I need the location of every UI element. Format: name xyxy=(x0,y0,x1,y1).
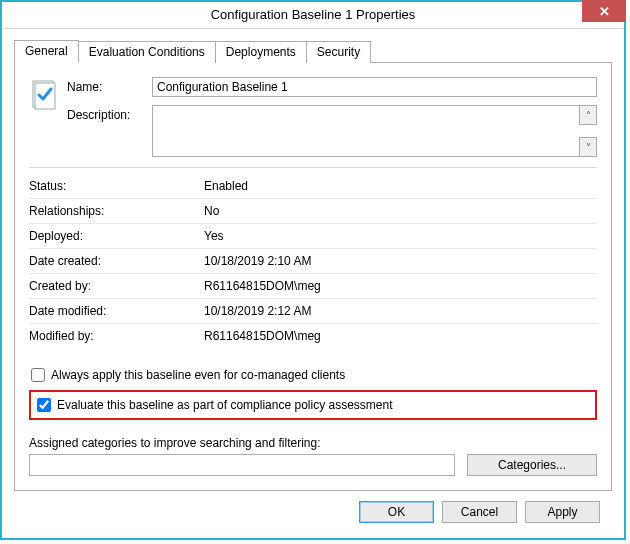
scroll-up-button[interactable]: ˄ xyxy=(579,105,597,125)
ok-label: OK xyxy=(388,505,405,519)
evaluate-label: Evaluate this baseline as part of compli… xyxy=(57,398,393,412)
titlebar: Configuration Baseline 1 Properties ✕ xyxy=(2,2,624,29)
date-created-label: Date created: xyxy=(29,249,204,274)
apply-button[interactable]: Apply xyxy=(525,501,600,523)
dialog-footer: OK Cancel Apply xyxy=(14,491,612,527)
cancel-button[interactable]: Cancel xyxy=(442,501,517,523)
tab-evaluation-conditions[interactable]: Evaluation Conditions xyxy=(78,41,216,63)
close-icon: ✕ xyxy=(599,4,610,19)
date-modified-label: Date modified: xyxy=(29,299,204,324)
tab-label: Evaluation Conditions xyxy=(89,45,205,59)
name-input[interactable] xyxy=(152,77,597,97)
window-title: Configuration Baseline 1 Properties xyxy=(2,2,624,28)
evaluate-highlight: Evaluate this baseline as part of compli… xyxy=(29,390,597,420)
assigned-categories-input[interactable] xyxy=(29,454,455,476)
info-table: Status: Enabled Relationships: No Deploy… xyxy=(29,174,597,348)
chevron-up-icon: ˄ xyxy=(586,110,591,121)
close-button[interactable]: ✕ xyxy=(582,0,626,22)
relationships-label: Relationships: xyxy=(29,199,204,224)
ok-button[interactable]: OK xyxy=(359,501,434,523)
tabstrip: General Evaluation Conditions Deployment… xyxy=(14,39,612,62)
always-apply-label: Always apply this baseline even for co-m… xyxy=(51,368,345,382)
dialog-body: General Evaluation Conditions Deployment… xyxy=(2,29,624,539)
date-modified-value: 10/18/2019 2:12 AM xyxy=(204,299,597,324)
tabpanel-general: Name: Description: ˄ ˅ xyxy=(14,62,612,491)
scroll-down-button[interactable]: ˅ xyxy=(579,137,597,157)
categories-button-label: Categories... xyxy=(498,458,566,472)
evaluate-row: Evaluate this baseline as part of compli… xyxy=(35,398,591,412)
deployed-value: Yes xyxy=(204,224,597,249)
assigned-categories-section: Assigned categories to improve searching… xyxy=(29,436,597,476)
chevron-down-icon: ˅ xyxy=(586,142,591,153)
deployed-label: Deployed: xyxy=(29,224,204,249)
apply-label: Apply xyxy=(547,505,577,519)
status-value: Enabled xyxy=(204,174,597,199)
evaluate-checkbox[interactable] xyxy=(37,398,51,412)
categories-button[interactable]: Categories... xyxy=(467,454,597,476)
dialog-window: Configuration Baseline 1 Properties ✕ Ge… xyxy=(0,0,626,540)
description-textarea[interactable] xyxy=(152,105,579,157)
tab-general[interactable]: General xyxy=(14,40,79,63)
created-by-value: R61164815DOM\meg xyxy=(204,274,597,299)
name-label: Name: xyxy=(67,77,152,94)
tab-label: General xyxy=(25,44,68,58)
tab-label: Deployments xyxy=(226,45,296,59)
cancel-label: Cancel xyxy=(461,505,498,519)
always-apply-checkbox[interactable] xyxy=(31,368,45,382)
relationships-value: No xyxy=(204,199,597,224)
baseline-icon xyxy=(29,77,67,165)
description-label: Description: xyxy=(67,105,152,122)
date-created-value: 10/18/2019 2:10 AM xyxy=(204,249,597,274)
tab-deployments[interactable]: Deployments xyxy=(215,41,307,63)
modified-by-label: Modified by: xyxy=(29,324,204,349)
created-by-label: Created by: xyxy=(29,274,204,299)
always-apply-row: Always apply this baseline even for co-m… xyxy=(29,368,597,382)
assigned-categories-label: Assigned categories to improve searching… xyxy=(29,436,597,450)
tab-label: Security xyxy=(317,45,360,59)
divider xyxy=(29,167,597,168)
description-scrollbar: ˄ ˅ xyxy=(579,105,597,157)
modified-by-value: R61164815DOM\meg xyxy=(204,324,597,349)
status-label: Status: xyxy=(29,174,204,199)
tab-security[interactable]: Security xyxy=(306,41,371,63)
